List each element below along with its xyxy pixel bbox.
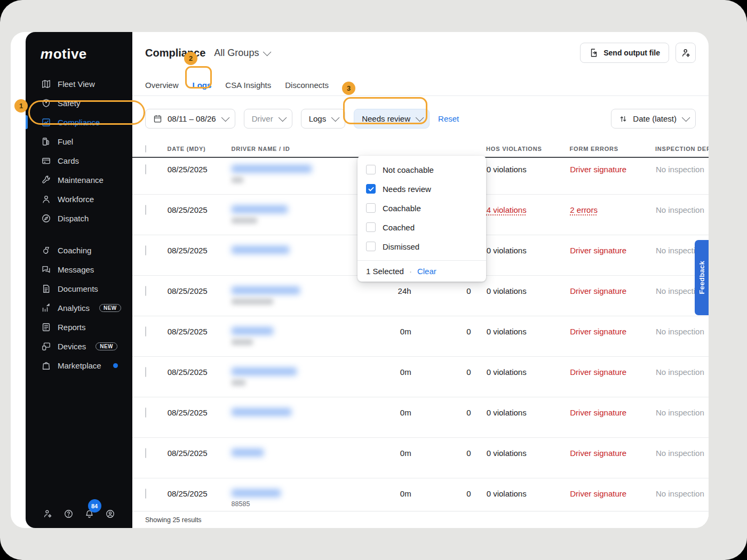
cell-driver-name[interactable] [232,408,348,416]
cell-driver-name[interactable] [232,367,348,386]
map-icon [41,78,51,89]
cell-driver-name[interactable] [232,246,348,254]
row-checkbox[interactable] [145,367,146,377]
sidebar-item-safety[interactable]: Safety [31,93,127,113]
account-icon[interactable] [104,507,117,521]
sidebar-item-reports[interactable]: Reports [31,317,127,337]
checkbox-checked[interactable] [366,184,376,194]
row-checkbox[interactable] [145,205,146,215]
driver-name-redacted[interactable] [232,246,289,254]
tab-disconnects[interactable]: Disconnects [285,81,329,90]
tab-csa-insights[interactable]: CSA Insights [225,81,271,90]
cell-driver-name[interactable] [232,286,348,305]
shield-icon [41,98,51,108]
sidebar-item-marketplace[interactable]: Marketplace [31,356,127,375]
cell-form-errors[interactable]: Driver signature [570,165,626,174]
logs-filter[interactable]: Logs [301,109,346,129]
table-row[interactable]: 08/25/20250m00 violationsDriver signatur… [132,357,709,397]
driver-filter[interactable]: Driver [244,109,292,129]
sidebar-item-documents[interactable]: Documents [31,279,127,298]
sidebar-item-maintenance[interactable]: Maintenance [31,170,127,189]
user-settings-icon[interactable] [41,507,55,521]
cell-form-errors[interactable]: Driver signature [570,449,626,458]
help-icon[interactable] [62,507,76,521]
review-status-filter[interactable]: Needs review [354,109,430,129]
cell-date: 08/25/2025 [168,205,232,214]
dropdown-option-not-coachable[interactable]: Not coachable [357,160,486,179]
checkbox-unchecked[interactable] [366,222,376,232]
row-checkbox[interactable] [145,326,146,337]
driver-name-redacted[interactable] [232,408,291,416]
cell-driver-name[interactable] [232,165,348,183]
driver-id: 88585 [232,500,348,508]
cell-form-errors[interactable]: Driver signature [570,286,626,295]
dropdown-option-needs-review[interactable]: Needs review [357,179,486,198]
driver-name-redacted[interactable] [232,286,300,294]
checkbox-unchecked[interactable] [366,203,376,213]
sidebar-item-devices[interactable]: DevicesNEW [31,337,127,356]
cell-driver-name[interactable]: 88585 [232,489,348,508]
driver-name-redacted[interactable] [232,327,273,335]
cell-driver-name[interactable] [232,449,348,457]
cell-hos-violations: 0 violations [487,246,527,255]
sidebar-item-compliance[interactable]: Compliance [31,113,127,132]
col-header-driver: DRIVER NAME / ID [231,146,347,152]
cell-inspection-defects: No inspection [656,489,709,498]
sidebar-item-fleet-view[interactable]: Fleet View [31,74,127,93]
table-row[interactable]: 08/25/20250m00 violationsDriver signatur… [132,438,709,478]
cell-form-errors[interactable]: Driver signature [570,489,626,498]
user-settings-button[interactable] [676,43,696,63]
feedback-tab[interactable]: Feedback [695,240,709,315]
row-checkbox[interactable] [145,245,146,255]
table-row[interactable]: 08/25/20250m00 violationsDriver signatur… [132,316,709,357]
sidebar-footer: 84 [26,507,132,521]
checkbox-unchecked[interactable] [366,165,376,174]
cell-date: 08/25/2025 [168,367,232,377]
sidebar-item-analytics[interactable]: AnalyticsNEW [31,298,127,317]
tab-logs[interactable]: Logs [193,81,212,90]
select-all-checkbox[interactable] [145,145,146,153]
sidebar-item-cards[interactable]: Cards [31,151,127,170]
clear-selection-link[interactable]: Clear [417,267,436,276]
row-checkbox[interactable] [145,448,146,458]
cell-form-errors[interactable]: Driver signature [570,246,626,255]
sidebar-item-fuel[interactable]: Fuel [31,132,127,151]
table-row[interactable]: 08/25/20250m00 violationsDriver signatur… [132,397,709,438]
dropdown-option-coachable[interactable]: Coachable [357,198,486,218]
checkbox-unchecked[interactable] [366,242,376,251]
cell-inspection-defects: No inspection [656,408,709,417]
driver-name-redacted[interactable] [232,449,264,457]
driver-name-redacted[interactable] [232,367,297,375]
cell-form-errors[interactable]: Driver signature [570,408,626,417]
tab-overview[interactable]: Overview [145,81,179,90]
row-checkbox[interactable] [145,489,146,499]
compliance-icon [41,117,51,127]
notifications-icon[interactable]: 84 [83,507,97,521]
send-output-file-button[interactable]: Send output file [580,43,669,63]
sidebar-item-workforce[interactable]: Workforce [31,189,127,209]
row-checkbox[interactable] [145,286,146,296]
dropdown-option-dismissed[interactable]: Dismissed [357,237,486,256]
table-row[interactable]: 08/25/202524h00 violationsDriver signatu… [132,276,709,316]
dropdown-option-coached[interactable]: Coached [357,218,486,237]
cell-driver-name[interactable] [232,327,348,345]
row-checkbox[interactable] [145,164,146,174]
cell-form-errors[interactable]: Driver signature [570,327,626,336]
sidebar-item-dispatch[interactable]: Dispatch [31,209,127,228]
driver-name-redacted[interactable] [232,205,288,213]
driver-name-redacted[interactable] [232,165,312,173]
cell-hos-violations[interactable]: 4 violations [487,205,527,214]
cell-form-errors[interactable]: Driver signature [570,367,626,377]
reset-filters-link[interactable]: Reset [438,114,459,123]
table-row[interactable]: 08/25/2025885850m00 violationsDriver sig… [132,478,709,511]
sort-selector[interactable]: Date (latest) [611,109,696,129]
sidebar-item-coaching[interactable]: Coaching [31,241,127,260]
cell-count: 0 [411,408,471,417]
cell-form-errors[interactable]: 2 errors [570,205,598,214]
row-checkbox[interactable] [145,407,146,418]
cell-driver-name[interactable] [232,205,348,223]
date-range-filter[interactable]: 08/11 – 08/26 [145,109,235,129]
group-selector[interactable]: All Groups [214,47,269,59]
sidebar-item-messages[interactable]: Messages [31,260,127,279]
driver-name-redacted[interactable] [232,489,281,497]
